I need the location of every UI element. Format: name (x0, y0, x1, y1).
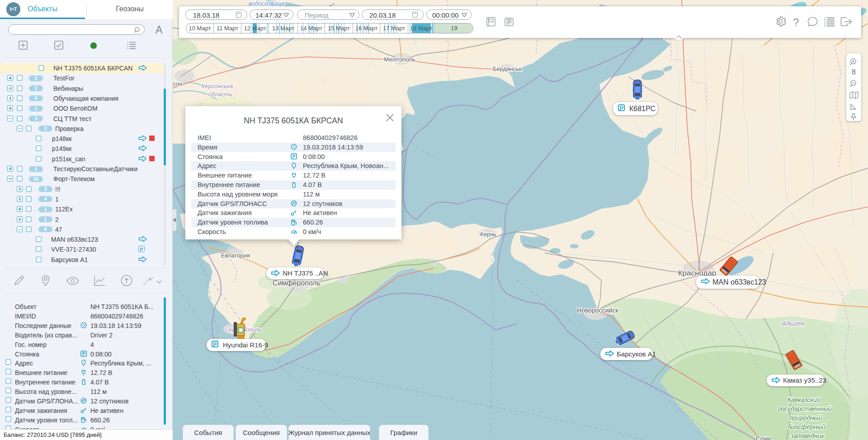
svg-text:биосферный: биосферный (788, 423, 826, 431)
svg-text:Новороссийск: Новороссийск (577, 307, 618, 314)
svg-text:государственный: государственный (778, 405, 832, 412)
svg-text:Бердянськ: Бердянськ (493, 66, 522, 72)
svg-text:Мелітополь: Мелітополь (384, 56, 415, 63)
svg-text:Херсонська: Херсонська (201, 83, 233, 89)
svg-text:Симферополь: Симферополь (273, 279, 321, 287)
svg-text:природный: природный (789, 414, 822, 421)
svg-text:сон: сон (173, 80, 182, 87)
svg-text:Керчь: Керчь (480, 231, 496, 238)
svg-text:Адыгея: Адыгея (781, 320, 804, 327)
svg-text:водосховище: водосховище (249, 0, 285, 7)
svg-text:P: P (292, 154, 296, 159)
svg-text:область: область (208, 91, 232, 98)
svg-text:Сочи: Сочи (756, 435, 771, 440)
svg-text:Евпатория: Евпатория (221, 252, 250, 259)
svg-text:P: P (82, 351, 85, 356)
svg-text:заповедник: заповедник (790, 432, 825, 440)
svg-text:Кавказский: Кавказский (788, 396, 821, 403)
